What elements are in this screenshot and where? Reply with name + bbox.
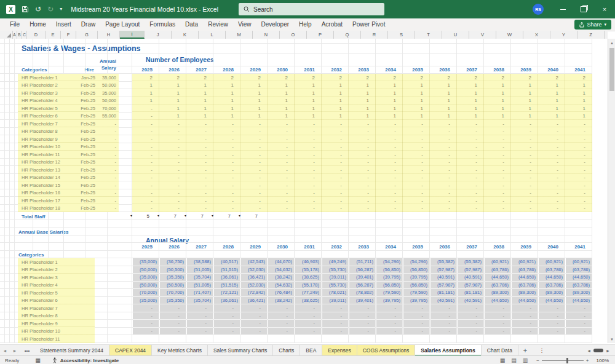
employees-cell[interactable]: - [484,174,511,182]
salary-cell[interactable]: (77,249) [295,289,321,297]
salary-cell[interactable]: (35,704) [187,274,213,282]
salary-cell[interactable]: (57,987) [458,266,483,274]
staff-row[interactable]: HR Placeholder 16Feb-25- [18,189,119,197]
salary-cell[interactable]: (44,650) [539,297,565,305]
employees-cell[interactable]: 2 [403,74,430,82]
employees-cell[interactable]: - [565,189,592,197]
ribbon-tab-help[interactable]: Help [294,18,317,31]
employees-cell[interactable]: - [484,166,511,174]
employees-cell[interactable]: 2 [457,74,484,82]
employees-cell[interactable]: - [268,197,295,205]
employees-cell[interactable]: - [213,174,240,182]
employees-cell[interactable]: - [538,189,565,197]
column-header-Y[interactable]: Y [550,31,577,39]
column-header-X[interactable]: X [523,31,550,39]
salary-cell[interactable]: (63,786) [539,282,565,290]
employees-cell[interactable]: - [213,135,240,143]
staff-row[interactable]: HR Placeholder 11Feb-25- [18,151,119,159]
base-salary-category-cell[interactable]: HR Placeholder 3 [22,274,58,282]
employees-cell[interactable]: - [430,159,457,167]
employees-cell[interactable]: - [484,143,511,151]
employees-cell[interactable]: - [213,120,240,128]
column-header-M[interactable]: M [226,31,253,39]
sheet-tab-cogs-assumptions[interactable]: COGS Assumptions [357,345,416,356]
employees-cell[interactable]: 1 [268,97,295,105]
employees-cell[interactable]: - [565,166,592,174]
employees-cell[interactable]: 1 [213,97,240,105]
employees-cell[interactable]: 1 [403,105,430,113]
employees-cell[interactable]: 1 [403,89,430,97]
employees-cell[interactable]: - [268,174,295,182]
employees-cell[interactable]: - [565,174,592,182]
employees-cell[interactable]: - [376,143,403,151]
employees-cell[interactable]: - [349,189,376,197]
employees-cell[interactable]: 1 [430,97,457,105]
column-header-F[interactable]: F [61,31,76,39]
employees-cell[interactable]: - [159,189,186,197]
salary-cell[interactable]: (36,421) [241,297,267,305]
staff-salary-cell[interactable]: - [89,197,116,205]
salary-cell[interactable]: - [403,304,429,312]
employees-cell[interactable]: 1 [484,89,511,97]
employees-cell[interactable]: - [484,128,511,136]
employees-cell[interactable]: - [322,205,349,213]
salary-cell[interactable]: - [539,320,565,328]
salary-cell[interactable]: - [376,328,402,336]
employees-cell[interactable]: 1 [484,82,511,90]
employees-cell[interactable]: - [430,189,457,197]
column-header-S[interactable]: S [388,31,415,39]
salary-cell[interactable]: (50,500) [160,266,186,274]
ribbon-tab-developer[interactable]: Developer [256,18,294,31]
employees-cell[interactable]: 1 [240,105,268,113]
employees-cell[interactable]: 1 [538,82,565,90]
employees-cell[interactable]: 1 [268,105,295,113]
salary-cell[interactable]: (35,704) [187,297,213,305]
employees-cell[interactable]: - [511,143,538,151]
salary-year-header[interactable]: 2036 [430,243,457,251]
salary-year-header[interactable]: 2031 [295,243,322,251]
employees-cell[interactable]: 1 [240,113,268,121]
employees-cell[interactable]: - [295,143,322,151]
salary-cell[interactable]: (60,921) [566,258,592,266]
employees-cell[interactable]: 2 [484,74,511,82]
salary-cell[interactable]: (51,005) [187,282,213,290]
staff-input-table[interactable]: HR Placeholder 1Jan-2535,000HR Placehold… [18,74,119,212]
employees-cell[interactable]: - [376,197,403,205]
ribbon-tab-page-layout[interactable]: Page Layout [100,18,145,31]
staff-row[interactable]: HR Placeholder 17Feb-25- [18,197,119,205]
employees-cell[interactable]: 2 [511,74,538,82]
salary-cell[interactable]: - [187,320,213,328]
hscroll-right-icon[interactable]: ► [606,349,610,353]
employees-cell[interactable]: 1 [565,82,592,90]
salary-cell[interactable]: - [566,320,592,328]
salary-cell[interactable]: (39,795) [403,274,429,282]
column-header-I[interactable]: I [120,31,145,39]
employees-cell[interactable]: - [376,120,403,128]
salary-cell[interactable]: - [133,312,159,320]
salary-cell[interactable]: (38,625) [295,274,321,282]
employees-cell[interactable]: - [295,181,322,189]
salary-year-header[interactable]: 2027 [186,243,213,251]
salary-cell[interactable]: - [403,312,429,320]
salary-cell[interactable]: - [349,320,375,328]
employees-year-header[interactable]: 2035 [403,66,430,74]
employees-cell[interactable]: 1 [349,105,376,113]
column-header-N[interactable]: N [253,31,280,39]
salary-cell[interactable]: - [322,304,348,312]
employees-cell[interactable]: 1 [376,89,403,97]
column-header-G[interactable]: G [76,31,98,39]
employees-cell[interactable]: - [565,120,592,128]
salary-cell[interactable]: (52,030) [241,282,267,290]
employees-cell[interactable]: - [538,151,565,159]
employees-cell[interactable]: - [403,135,430,143]
staff-salary-cell[interactable]: - [89,135,116,143]
employees-cell[interactable]: - [538,205,565,213]
employees-cell[interactable]: 2 [376,74,403,82]
employees-cell[interactable]: - [430,181,457,189]
salary-cell[interactable]: (44,650) [566,297,592,305]
salary-cell[interactable]: (79,590) [403,289,429,297]
employees-cell[interactable]: - [430,166,457,174]
ribbon-tab-insert[interactable]: Insert [51,18,76,31]
column-header-D[interactable]: D [27,31,46,39]
salary-year-header[interactable]: 2030 [268,243,295,251]
